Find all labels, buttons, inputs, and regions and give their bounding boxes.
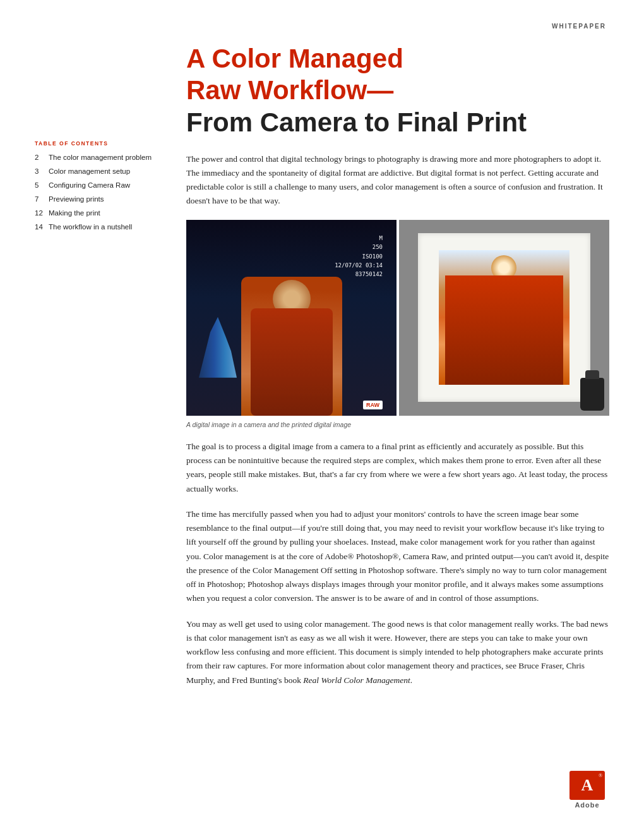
- swatch-2: [491, 350, 497, 355]
- ink-bottle: [580, 378, 604, 411]
- print-image: [399, 220, 609, 416]
- swatch-8: [491, 356, 497, 361]
- camera-subject-figure: [241, 277, 342, 416]
- toc-item-4[interactable]: 7 Previewing prints: [35, 195, 167, 204]
- toc-item-1[interactable]: 2 The color management problem: [35, 153, 167, 162]
- swatch-3: [498, 350, 504, 355]
- swatch-15: [498, 361, 504, 366]
- print-photo: [439, 250, 570, 385]
- hero-images: M 250 ISO100 12/07/02 03:14 83750142 RAW: [186, 220, 609, 416]
- print-frame: [399, 220, 609, 416]
- adobe-registered: ®: [599, 773, 602, 778]
- camera-info-overlay: M 250 ISO100 12/07/02 03:14 83750142: [335, 234, 383, 279]
- toc-text-4: Previewing prints: [49, 195, 104, 204]
- body-paragraph-2: The time has mercifully passed when you …: [186, 507, 609, 606]
- page: WHITEPAPER TABLE OF CONTENTS 2 The color…: [0, 0, 644, 834]
- swatch-1: [484, 350, 490, 355]
- camera-date: 12/07/02 03:14: [335, 261, 383, 270]
- main-content: A Color Managed Raw Workflow— From Camer…: [186, 44, 609, 796]
- camera-shutter: 250: [335, 243, 383, 251]
- title-line3: From Camera to Final Print: [186, 107, 609, 138]
- intro-paragraph: The power and control that digital techn…: [186, 152, 609, 208]
- toc-text-6: The workflow in a nutshell: [49, 222, 132, 232]
- body-paragraph-1: The goal is to process a digital image f…: [186, 440, 609, 496]
- title-line2: Raw Workflow—: [186, 76, 609, 105]
- swatch-20: [491, 367, 497, 372]
- camera-frame: 83750142: [335, 270, 383, 279]
- camera-mode: M: [335, 234, 383, 243]
- adobe-wordmark: Adobe: [575, 801, 599, 809]
- camera-screen: M 250 ISO100 12/07/02 03:14 83750142 RAW: [186, 220, 397, 416]
- swatch-23: [511, 367, 518, 372]
- toc-num-4: 7: [35, 195, 44, 204]
- swatch-9: [498, 356, 504, 361]
- histogram-bar: [199, 302, 237, 378]
- toc-sidebar: TABLE OF CONTENTS 2 The color management…: [35, 140, 167, 236]
- swatch-7: [484, 356, 490, 361]
- toc-text-3: Configuring Camera Raw: [49, 181, 130, 190]
- toc-text-1: The color management problem: [49, 153, 152, 162]
- toc-num-6: 14: [35, 222, 44, 232]
- swatch-5: [511, 350, 518, 355]
- swatch-6: [518, 350, 525, 355]
- camera-image: M 250 ISO100 12/07/02 03:14 83750142 RAW: [186, 220, 397, 416]
- camera-overlay: M 250 ISO100 12/07/02 03:14 83750142 RAW: [194, 227, 389, 416]
- swatch-19: [484, 367, 490, 372]
- toc-num-2: 3: [35, 167, 44, 176]
- toc-item-6[interactable]: 14 The workflow in a nutshell: [35, 222, 167, 232]
- toc-text-2: Color management setup: [49, 167, 130, 176]
- title-line1: A Color Managed: [186, 44, 609, 73]
- adobe-badge: A ®: [569, 771, 605, 800]
- toc-num-3: 5: [35, 181, 44, 190]
- swatch-24: [518, 367, 525, 372]
- swatch-21: [498, 367, 504, 372]
- body-paragraph-3: You may as well get used to using color …: [186, 617, 609, 687]
- toc-item-2[interactable]: 3 Color management setup: [35, 167, 167, 176]
- swatch-22: [504, 367, 511, 372]
- print-mat: [418, 233, 590, 402]
- swatch-10: [504, 356, 511, 361]
- swatch-14: [491, 361, 497, 366]
- toc-num-1: 2: [35, 153, 44, 162]
- toc-num-5: 12: [35, 208, 44, 218]
- swatch-13: [484, 361, 490, 366]
- adobe-letter: A: [581, 777, 593, 794]
- raw-badge: RAW: [363, 401, 383, 409]
- toc-heading: TABLE OF CONTENTS: [35, 140, 167, 147]
- color-checker: [484, 350, 525, 372]
- toc-item-3[interactable]: 5 Configuring Camera Raw: [35, 181, 167, 190]
- swatch-17: [511, 361, 518, 366]
- image-caption: A digital image in a camera and the prin…: [186, 421, 609, 428]
- toc-text-5: Making the print: [49, 208, 100, 218]
- swatch-4: [504, 350, 511, 355]
- title-block: A Color Managed Raw Workflow— From Camer…: [186, 44, 609, 138]
- toc-item-5[interactable]: 12 Making the print: [35, 208, 167, 218]
- adobe-logo: A ® Adobe: [565, 771, 609, 809]
- swatch-16: [504, 361, 511, 366]
- book-title: Real World Color Management: [303, 675, 410, 685]
- whitepaper-label: WHITEPAPER: [552, 23, 606, 30]
- swatch-12: [518, 356, 525, 361]
- swatch-11: [511, 356, 518, 361]
- swatch-18: [518, 361, 525, 366]
- camera-iso: ISO100: [335, 252, 383, 261]
